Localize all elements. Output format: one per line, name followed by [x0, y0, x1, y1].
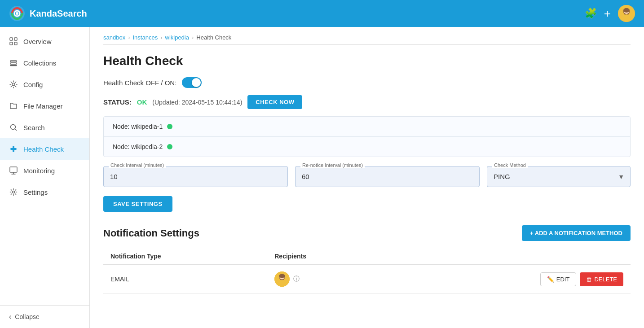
sidebar-item-health-check[interactable]: Health Check: [0, 138, 89, 160]
svg-point-20: [13, 191, 15, 193]
collections-label: Collections: [23, 59, 56, 67]
logo-text: KandaSearch: [30, 9, 87, 19]
svg-rect-13: [10, 63, 17, 64]
file-manager-icon: [9, 101, 18, 110]
svg-rect-11: [14, 42, 17, 45]
overview-icon: [9, 37, 18, 46]
renotice-interval-group: Re-notice Interval (minutes): [295, 166, 480, 187]
recipients-cell: ⓘ: [267, 265, 384, 293]
check-method-group: Check Method PING HTTP TCP ▼: [487, 166, 631, 187]
breadcrumb-sep-3: ›: [192, 34, 194, 41]
col-type: Notification Type: [103, 248, 267, 265]
config-icon: [9, 80, 18, 89]
status-value: OK: [137, 98, 147, 106]
collapse-button[interactable]: ‹ Collapse: [0, 305, 89, 328]
search-label: Search: [23, 124, 45, 131]
page-body: Health Check Health Check OFF / ON: STAT…: [90, 45, 644, 302]
sidebar: Overview Collections Config: [0, 27, 90, 328]
collapse-label: Collapse: [15, 313, 39, 320]
recipient-avatar: [274, 271, 290, 287]
logo-icon: [9, 5, 25, 22]
pencil-icon: ✏️: [547, 276, 554, 283]
notification-table: Notification Type Recipients EMAIL: [103, 248, 631, 293]
node-1-status: [167, 124, 172, 129]
delete-button[interactable]: 🗑 DELETE: [580, 272, 623, 286]
svg-rect-9: [14, 38, 17, 40]
svg-point-2: [16, 12, 18, 15]
breadcrumb-sandbox[interactable]: sandbox: [103, 34, 125, 41]
nodes-box: Node: wikipedia-1 Node: wikipedia-2: [103, 116, 631, 157]
toggle-label: Health Check OFF / ON:: [103, 79, 176, 87]
save-settings-button[interactable]: SAVE SETTINGS: [103, 196, 172, 212]
renotice-interval-input[interactable]: [295, 166, 480, 187]
sidebar-item-search[interactable]: Search: [0, 117, 89, 138]
svg-rect-8: [10, 38, 13, 40]
plus-icon: +: [604, 7, 611, 21]
sidebar-item-config[interactable]: Config: [0, 74, 89, 95]
col-recipients: Recipients: [267, 248, 384, 265]
settings-label: Settings: [23, 188, 48, 196]
node-2-label: Node: wikipedia-2: [113, 143, 163, 150]
svg-rect-14: [10, 65, 17, 66]
health-check-label: Health Check: [23, 145, 64, 153]
sidebar-item-overview[interactable]: Overview: [0, 31, 89, 52]
breadcrumb-wikipedia[interactable]: wikipedia: [165, 34, 189, 41]
logo: KandaSearch: [9, 5, 87, 22]
settings-row: Check Interval (minutes) Re-notice Inter…: [103, 166, 631, 187]
main-content: sandbox › Instances › wikipedia › Health…: [90, 27, 644, 328]
toggle-row: Health Check OFF / ON:: [103, 77, 631, 88]
user-avatar[interactable]: [618, 5, 635, 22]
chevron-left-icon: ‹: [9, 313, 11, 321]
monitoring-icon: [9, 166, 18, 175]
svg-point-7: [623, 8, 630, 13]
breadcrumb-current: Health Check: [196, 34, 231, 41]
sidebar-nav: Overview Collections Config: [0, 27, 89, 206]
sidebar-item-file-manager[interactable]: File Manager: [0, 95, 89, 117]
check-method-select[interactable]: PING HTTP TCP: [487, 166, 631, 187]
notification-title: Notification Settings: [103, 227, 199, 239]
recipient-avatar-svg: [274, 271, 290, 287]
check-method-label: Check Method: [492, 162, 528, 168]
page-title: Health Check: [103, 54, 631, 68]
add-button[interactable]: +: [604, 7, 611, 21]
breadcrumb: sandbox › Instances › wikipedia › Health…: [90, 27, 644, 44]
settings-icon: [9, 188, 18, 197]
check-interval-group: Check Interval (minutes): [103, 166, 288, 187]
sidebar-item-collections[interactable]: Collections: [0, 52, 89, 74]
check-interval-label: Check Interval (minutes): [109, 162, 166, 168]
breadcrumb-instances[interactable]: Instances: [133, 34, 158, 41]
add-notification-button[interactable]: + ADD A NOTIFICATION METHOD: [522, 225, 631, 241]
recipients-row: ⓘ: [274, 271, 377, 287]
svg-point-24: [279, 274, 285, 278]
renotice-interval-label: Re-notice Interval (minutes): [300, 162, 365, 168]
health-check-toggle[interactable]: [182, 77, 202, 88]
info-icon[interactable]: ⓘ: [293, 275, 300, 283]
app-header: KandaSearch 🧩 +: [0, 0, 644, 27]
status-label: STATUS:: [103, 98, 132, 106]
node-2-status: [167, 144, 172, 149]
node-1-label: Node: wikipedia-1: [113, 123, 163, 130]
overview-label: Overview: [23, 38, 52, 45]
svg-rect-10: [10, 42, 13, 45]
breadcrumb-sep-1: ›: [128, 34, 130, 41]
edit-button[interactable]: ✏️ EDIT: [540, 272, 577, 286]
sidebar-item-monitoring[interactable]: Monitoring: [0, 160, 89, 181]
breadcrumb-sep-2: ›: [160, 34, 162, 41]
node-row-1: Node: wikipedia-1: [104, 117, 630, 137]
table-row: EMAIL: [103, 265, 631, 293]
file-manager-label: File Manager: [23, 102, 63, 110]
config-label: Config: [23, 81, 43, 88]
edit-label: EDIT: [556, 276, 570, 283]
trash-icon: 🗑: [586, 276, 592, 283]
app-body: Overview Collections Config: [0, 27, 644, 328]
monitoring-label: Monitoring: [23, 167, 55, 175]
svg-rect-19: [10, 167, 17, 172]
search-icon: [9, 123, 18, 132]
check-interval-input[interactable]: [103, 166, 288, 187]
check-now-button[interactable]: CHECK NOW: [247, 95, 302, 109]
puzzle-button[interactable]: 🧩: [585, 8, 597, 19]
svg-point-15: [12, 83, 15, 86]
sidebar-item-settings[interactable]: Settings: [0, 181, 89, 203]
health-check-icon: [9, 144, 18, 153]
status-updated: (Updated: 2024-05-15 10:44:14): [152, 99, 242, 106]
